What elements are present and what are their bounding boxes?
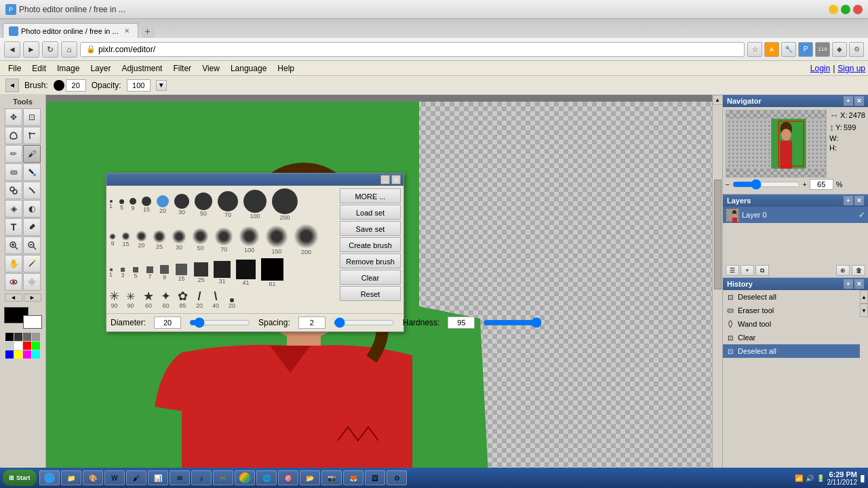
eyedropper-tool[interactable] [23,218,41,236]
navigator-expand-btn[interactable]: + [844,96,853,106]
clone-tool[interactable] [5,182,22,199]
taskbar-app-camera[interactable]: 📷 [321,470,342,485]
taskbar-app-ff[interactable]: 🦊 [343,470,363,485]
soft-brush-100[interactable]: 100 [239,226,260,253]
color-cell-red[interactable] [23,342,31,350]
menu-language[interactable]: Language [225,62,272,75]
brush-item-20-selected[interactable]: 20 [157,195,169,214]
layers-merge-btn[interactable]: ⊕ [836,265,850,276]
star-brush-90b[interactable]: ✳ 90 [126,291,135,309]
refresh-button[interactable]: ↻ [42,41,58,58]
hardness-input[interactable] [448,317,475,329]
eraser-tool[interactable] [5,163,22,181]
opacity-dropdown[interactable]: ▼ [156,80,167,91]
color-cell-d3[interactable] [32,333,40,341]
sharpen-tool[interactable]: ◈ [5,200,22,218]
spacing-slider[interactable] [334,317,395,328]
color-cell-d1[interactable] [14,333,22,341]
brush-item-100[interactable]: 100 [243,190,267,220]
menu-file[interactable]: File [3,62,26,75]
sq-brush-5[interactable]: 5 [133,267,138,279]
taskbar-app-paint[interactable]: 🖌 [126,470,146,485]
extension-icon4[interactable]: ◆ [832,42,847,57]
heal-tool[interactable] [23,273,41,291]
tab-close-button[interactable]: ✕ [124,27,130,35]
remove-brush-button[interactable]: Remove brush [340,253,401,268]
vscroll-thumb[interactable] [714,180,722,289]
sq-brush-61[interactable]: 61 [261,258,283,287]
color-cell-cyan[interactable] [32,350,40,359]
layers-menu-btn[interactable]: ☰ [726,265,739,276]
lasso-tool[interactable] [5,127,22,144]
red-eye-tool[interactable] [5,273,22,291]
menu-filter[interactable]: Filter [167,62,197,75]
brush-size-input[interactable] [66,79,86,92]
history-expand-btn[interactable]: + [844,279,853,289]
navigator-close-btn[interactable]: ✕ [854,96,864,106]
fill-tool[interactable] [23,163,41,181]
dot-brush-20[interactable]: 20 [229,298,235,309]
taskbar-app-excel[interactable]: 📊 [148,470,168,485]
diameter-input[interactable] [154,317,181,329]
menu-adjustment[interactable]: Adjustment [116,62,167,75]
taskbar-app-files[interactable]: 📂 [300,470,320,485]
layers-expand-btn[interactable]: + [844,196,853,205]
extension-icon3[interactable]: 119 [815,42,830,57]
clear-button[interactable]: Clear [340,270,401,285]
color-cell-black[interactable] [5,333,14,341]
opacity-input[interactable] [127,79,151,92]
brush-item-70[interactable]: 70 [218,191,238,218]
color-cell-magenta[interactable] [23,350,31,359]
scroll-up-btn[interactable]: ▲ [713,95,723,105]
smudge-tool[interactable] [23,182,41,199]
signup-link[interactable]: Sign up [837,64,865,73]
soft-brush-25[interactable]: 25 [153,230,166,250]
taskbar-app-music[interactable]: ♪ [191,470,212,485]
color-cell-white[interactable] [14,342,22,350]
save-set-button[interactable]: Save set [340,221,401,236]
login-link[interactable]: Login [810,64,830,73]
sq-brush-7[interactable]: 7 [146,266,153,280]
taskbar-app-chrome[interactable] [235,470,255,485]
popup-minimize-btn[interactable]: _ [380,175,390,184]
vscroll-track[interactable] [714,106,722,473]
amazon-icon[interactable]: A [764,42,779,57]
layer-item-0[interactable]: Layer 0 ✓ [723,207,868,223]
history-item-0[interactable]: ⊡ Deselect all [723,290,860,304]
active-tab[interactable]: Photo editor online / free in ... ✕ [3,23,138,38]
taskbar-app-explorer2[interactable]: 🖼 [365,470,385,485]
history-close-btn[interactable]: ✕ [854,279,864,289]
home-button[interactable]: ⌂ [61,41,77,58]
taskbar-app-mail[interactable]: ✉ [170,470,190,485]
create-brush-button[interactable]: Create brush [340,237,401,252]
new-tab-button[interactable]: + [141,24,155,38]
spacing-input[interactable] [298,317,326,329]
color-cell-yellow[interactable] [14,350,22,359]
background-color[interactable] [23,315,42,329]
wand-tool[interactable] [23,255,41,272]
soft-brush-15[interactable]: 15 [121,232,130,247]
color-cell-d2[interactable] [23,333,31,341]
taskbar-app-photoshop[interactable]: 🎨 [83,470,103,485]
soft-brush-70[interactable]: 70 [214,227,233,253]
close-button[interactable] [853,5,863,14]
text-tool[interactable]: T [5,218,22,236]
panel-collapse-btn[interactable]: ◄ [5,293,22,302]
taskbar-app-settings2[interactable]: ⚙ [387,470,407,485]
show-desktop-btn[interactable]: ▮ [860,472,865,483]
soft-brush-150[interactable]: 150 [265,225,288,255]
history-item-4-active[interactable]: ⊡ Deselect all [723,344,860,358]
star-brush-90[interactable]: ✳ 90 [109,290,119,309]
marquee-tool[interactable]: ⊡ [23,108,41,126]
star-icon[interactable]: ☆ [747,42,762,57]
history-scroll-up[interactable]: ▲ [860,290,868,304]
sq-brush-41[interactable]: 41 [236,260,256,286]
soft-brush-20[interactable]: 20 [136,230,147,249]
star4-brush-60[interactable]: ✦ 60 [161,290,171,309]
sq-brush-15[interactable]: 15 [176,264,187,282]
sq-brush-1[interactable]: 1 [109,268,113,278]
taskbar-app-net[interactable]: 🌐 [256,470,277,485]
more-button[interactable]: MORE ... [340,188,401,203]
sq-brush-9[interactable]: 9 [160,265,169,281]
brush-item-9[interactable]: 9 [130,198,136,211]
